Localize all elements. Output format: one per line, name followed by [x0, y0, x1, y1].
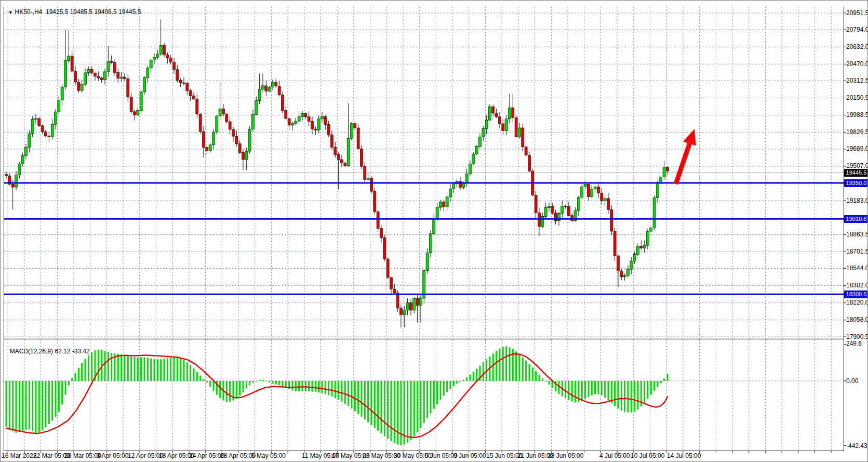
- macd-tick-label: -442.43: [846, 443, 867, 450]
- time-tick-label: 5 Jun 05:00: [425, 452, 458, 459]
- macd-histogram: [6, 346, 669, 445]
- chart-canvas[interactable]: [1, 1, 868, 462]
- price-tick-label: 20794.0: [846, 27, 868, 33]
- price-tick-label: 20312.5: [846, 77, 868, 84]
- price-tick-label: 18058.0: [846, 316, 868, 323]
- price-tick-label: 19669.0: [846, 146, 868, 152]
- time-tick-label: 15 Jun 05:00: [486, 452, 522, 459]
- price-tick-label: 20470.0: [846, 61, 868, 68]
- ohlc-values-label: 19425.5 19485.5 19406.5 19445.5: [46, 8, 141, 16]
- time-tick-label: 28 Mar 05:00: [64, 452, 101, 459]
- time-tick-label: 24 Apr 05:00: [189, 452, 224, 459]
- symbol-dropdown-icon[interactable]: ▼: [8, 10, 13, 15]
- chart-window: { "window": { "dropdown_icon": "▼", "tit…: [0, 0, 868, 462]
- current-price-badge: 19445.5: [844, 169, 868, 177]
- time-tick-label: 28 Jun 05:00: [547, 452, 583, 459]
- time-tick-label: 16 Mar 2023: [2, 452, 36, 459]
- price-tick-label: 20150.5: [846, 95, 868, 101]
- symbol-timeframe-label: HK50-,H4: [15, 8, 43, 16]
- price-tick-label: 20632.0: [846, 44, 868, 50]
- time-tick-label: 5 May 05:00: [251, 452, 286, 459]
- trend-arrow[interactable]: [676, 129, 696, 184]
- macd-current-values: 62.12 -83.42: [55, 348, 89, 355]
- price-tick-label: 19988.5: [846, 112, 868, 118]
- price-tick-label: 18382.0: [846, 282, 868, 289]
- macd-tick-label: 249.6: [846, 340, 862, 347]
- price-tick-label: 18220.0: [846, 299, 868, 306]
- price-tick-label: 18544.0: [846, 265, 868, 272]
- time-tick-label: 3 Apr 05:00: [97, 452, 128, 459]
- price-tick-label: 18701.5: [846, 248, 868, 255]
- time-tick-label: 10 Jul 05:00: [631, 452, 664, 459]
- price-level-badge: 19350.0: [844, 179, 868, 187]
- plot-borders: [4, 7, 846, 453]
- time-tick-label: 9 Jun 05:00: [453, 452, 486, 459]
- price-tick-label: 20951.5: [846, 10, 868, 17]
- time-tick-label: 4 Jul 05:00: [599, 452, 630, 459]
- time-tick-label: 12 Apr 05:00: [128, 452, 163, 459]
- macd-indicator-label: MACD(12,26,9) 62.12 -83.42: [6, 340, 90, 355]
- price-tick-label: 19183.0: [846, 197, 868, 204]
- macd-tick-label: 0.00: [846, 378, 858, 385]
- time-tick-label: 28 Apr 05:00: [220, 452, 256, 459]
- price-level-badge: 18300.5: [844, 291, 868, 298]
- price-tick-label: 18863.5: [846, 231, 868, 238]
- candlestick-series: [5, 20, 669, 327]
- price-level-badge: 19010.6: [844, 215, 868, 223]
- time-tick-label: 14 Jul 05:00: [667, 452, 701, 459]
- price-tick-label: 19826.5: [846, 129, 868, 136]
- chart-title[interactable]: ▼HK50-,H4 19425.5 19485.5 19406.5 19445.…: [5, 1, 141, 16]
- macd-name: MACD(12,26,9): [10, 348, 53, 355]
- price-tick-label: 17900.5: [846, 334, 868, 340]
